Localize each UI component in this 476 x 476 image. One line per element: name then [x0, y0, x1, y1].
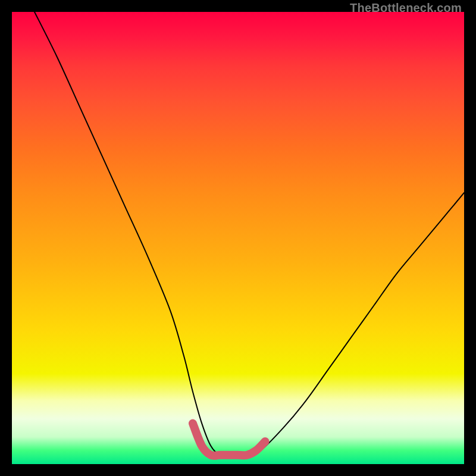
bottleneck-curve-path: [35, 12, 464, 456]
plot-area: [12, 12, 464, 464]
chart-svg: [12, 12, 464, 464]
chart-frame: TheBottleneck.com: [0, 0, 476, 476]
